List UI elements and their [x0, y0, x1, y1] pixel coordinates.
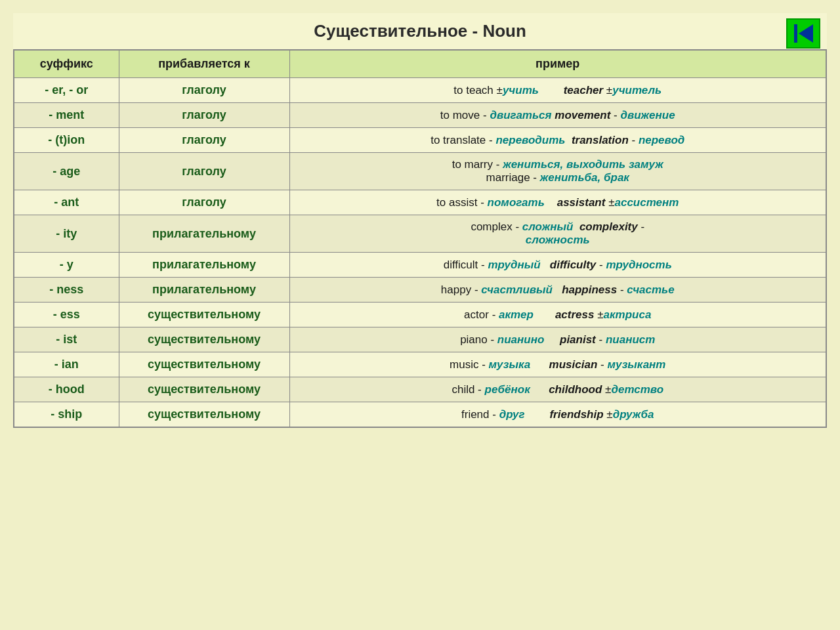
table-header-row: суффикс прибавляется к пример — [14, 50, 826, 78]
cell-example: difficult - трудный difficulty - труднос… — [289, 253, 826, 278]
cell-added-to: существительному — [119, 352, 289, 377]
cell-example: to marry - жениться, выходить замужmarri… — [289, 153, 826, 190]
table-row: - shipсуществительномуfriend - друг frie… — [14, 402, 826, 428]
cell-suffix: - age — [14, 153, 119, 190]
table-row: - nessприлагательномуhappy - счастливый … — [14, 278, 826, 303]
cell-added-to: прилагательному — [119, 278, 289, 303]
cell-suffix: - ist — [14, 327, 119, 352]
cell-example: piano - пианино pianist - пианист — [289, 327, 826, 352]
cell-suffix: - (t)ion — [14, 128, 119, 153]
cell-example: to assist - помогать assistant ±ассистен… — [289, 190, 826, 215]
cell-example: complex - сложный complexity -сложность — [289, 215, 826, 253]
cell-suffix: - ian — [14, 352, 119, 377]
cell-example: music - музыка musician - музыкант — [289, 352, 826, 377]
table-row: - istсуществительномуpiano - пианино pia… — [14, 327, 826, 352]
cell-suffix: - ant — [14, 190, 119, 215]
cell-added-to: глаголу — [119, 78, 289, 103]
cell-example: to teach ±учить teacher ±учитель — [289, 78, 826, 103]
table-row: - antглаголуto assist - помогать assista… — [14, 190, 826, 215]
table-row: - mentглаголуto move - двигаться movemen… — [14, 103, 826, 128]
cell-suffix: - er, - or — [14, 78, 119, 103]
page-title: Существительное - Noun — [314, 21, 526, 41]
table-row: - yприлагательномуdifficult - трудный di… — [14, 253, 826, 278]
cell-added-to: существительному — [119, 327, 289, 352]
table-row: - ianсуществительномуmusic - музыка musi… — [14, 352, 826, 377]
cell-example: to translate - переводить translation - … — [289, 128, 826, 153]
page-wrapper: Существительное - Noun суффикс прибавляе… — [13, 13, 827, 428]
header: Существительное - Noun — [13, 13, 827, 49]
col-header-example: пример — [289, 50, 826, 78]
cell-added-to: глаголу — [119, 128, 289, 153]
nav-back-button[interactable] — [786, 18, 820, 49]
table-row: - essсуществительномуactor - актер actre… — [14, 303, 826, 327]
table-row: - er, - orглаголуto teach ±учить teacher… — [14, 78, 826, 103]
cell-example: child - ребёнок childhood ±детство — [289, 377, 826, 402]
cell-example: friend - друг friendship ±дружба — [289, 402, 826, 428]
cell-suffix: - ity — [14, 215, 119, 253]
cell-suffix: - hood — [14, 377, 119, 402]
cell-added-to: глаголу — [119, 103, 289, 128]
nav-bar-icon — [794, 24, 797, 43]
table-body: - er, - orглаголуto teach ±учить teacher… — [14, 78, 826, 428]
cell-example: happy - счастливый happiness - счастье — [289, 278, 826, 303]
nav-arrow-icon — [799, 24, 813, 43]
cell-added-to: прилагательному — [119, 253, 289, 278]
col-header-suffix: суффикс — [14, 50, 119, 78]
table-row: - ageглаголуto marry - жениться, выходит… — [14, 153, 826, 190]
noun-suffixes-table: суффикс прибавляется к пример - er, - or… — [13, 49, 827, 428]
cell-suffix: - y — [14, 253, 119, 278]
cell-added-to: прилагательному — [119, 215, 289, 253]
cell-suffix: - ness — [14, 278, 119, 303]
cell-example: to move - двигаться movement - движение — [289, 103, 826, 128]
table-row: - hoodсуществительномуchild - ребёнок ch… — [14, 377, 826, 402]
cell-added-to: существительному — [119, 377, 289, 402]
cell-added-to: существительному — [119, 402, 289, 428]
col-header-added-to: прибавляется к — [119, 50, 289, 78]
cell-added-to: глаголу — [119, 190, 289, 215]
cell-example: actor - актер actress ±актриса — [289, 303, 826, 327]
cell-added-to: существительному — [119, 303, 289, 327]
cell-suffix: - ship — [14, 402, 119, 428]
cell-added-to: глаголу — [119, 153, 289, 190]
table-row: - ityприлагательномуcomplex - сложный co… — [14, 215, 826, 253]
cell-suffix: - ess — [14, 303, 119, 327]
cell-suffix: - ment — [14, 103, 119, 128]
table-row: - (t)ionглаголуto translate - переводить… — [14, 128, 826, 153]
